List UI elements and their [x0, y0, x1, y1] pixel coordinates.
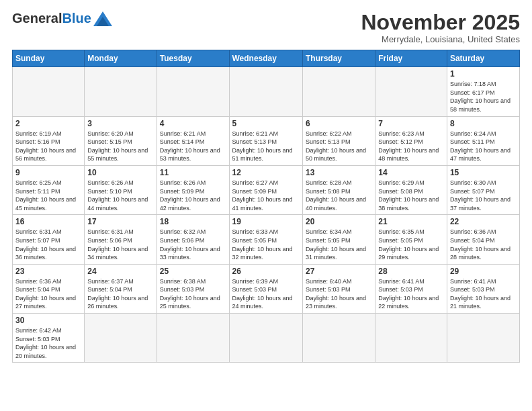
- day-2: 2 Sunrise: 6:19 AM Sunset: 5:16 PM Dayli…: [13, 116, 85, 165]
- sunset: Sunset: 6:17 PM: [450, 89, 495, 96]
- day-number: 17: [87, 217, 153, 226]
- table-row: 30 Sunrise: 6:42 AM Sunset: 5:03 PM Dayl…: [13, 314, 520, 363]
- day-18: 18 Sunrise: 6:32 AM Sunset: 5:06 PM Dayl…: [157, 215, 229, 264]
- location-title: Merrydale, Louisiana, United States: [361, 34, 520, 44]
- empty-cell: [157, 67, 229, 116]
- header-wednesday: Wednesday: [229, 50, 302, 67]
- day-number: 25: [160, 267, 226, 276]
- empty-cell: [85, 314, 157, 363]
- empty-cell: [13, 67, 85, 116]
- day-9: 9 Sunrise: 6:25 AM Sunset: 5:11 PM Dayli…: [13, 165, 85, 214]
- day-25: 25 Sunrise: 6:38 AM Sunset: 5:03 PM Dayl…: [157, 264, 229, 313]
- day-info: Sunrise: 6:26 AM Sunset: 5:09 PM Dayligh…: [160, 179, 226, 212]
- day-number: 19: [232, 217, 300, 226]
- day-info: Sunrise: 6:21 AM Sunset: 5:13 PM Dayligh…: [232, 130, 300, 163]
- day-info: Sunrise: 6:36 AM Sunset: 5:04 PM Dayligh…: [15, 277, 81, 311]
- table-row: 16 Sunrise: 6:31 AM Sunset: 5:07 PM Dayl…: [13, 215, 520, 264]
- day-5: 5 Sunrise: 6:21 AM Sunset: 5:13 PM Dayli…: [229, 116, 302, 165]
- sunrise: Sunrise: 7:18 AM: [450, 81, 496, 87]
- month-title: November 2025: [361, 11, 520, 34]
- day-info: Sunrise: 6:22 AM Sunset: 5:13 PM Dayligh…: [306, 130, 372, 163]
- day-info: Sunrise: 6:38 AM Sunset: 5:03 PM Dayligh…: [160, 277, 226, 311]
- day-number: 18: [160, 217, 226, 226]
- day-number: 5: [232, 119, 300, 128]
- day-info: Sunrise: 6:39 AM Sunset: 5:03 PM Dayligh…: [232, 277, 300, 311]
- day-23: 23 Sunrise: 6:36 AM Sunset: 5:04 PM Dayl…: [13, 264, 85, 313]
- day-number: 9: [15, 168, 81, 177]
- empty-cell: [229, 67, 302, 116]
- day-info: Sunrise: 6:40 AM Sunset: 5:03 PM Dayligh…: [306, 277, 372, 311]
- daylight: Daylight: 10 hours and 58 minutes.: [450, 97, 511, 113]
- day-11: 11 Sunrise: 6:26 AM Sunset: 5:09 PM Dayl…: [157, 165, 229, 214]
- day-info: Sunrise: 6:26 AM Sunset: 5:10 PM Dayligh…: [87, 179, 153, 212]
- table-row: 23 Sunrise: 6:36 AM Sunset: 5:04 PM Dayl…: [13, 264, 520, 313]
- day-22: 22 Sunrise: 6:36 AM Sunset: 5:04 PM Dayl…: [447, 215, 519, 264]
- logo-general-text: General: [12, 11, 62, 26]
- day-info: Sunrise: 6:31 AM Sunset: 5:06 PM Dayligh…: [87, 228, 153, 261]
- day-number: 12: [232, 168, 300, 177]
- header-thursday: Thursday: [302, 50, 375, 67]
- day-info: Sunrise: 6:34 AM Sunset: 5:05 PM Dayligh…: [306, 228, 372, 261]
- header-tuesday: Tuesday: [157, 50, 229, 67]
- day-number: 23: [15, 267, 81, 276]
- day-info: Sunrise: 6:33 AM Sunset: 5:05 PM Dayligh…: [232, 228, 300, 261]
- weekday-header-row: Sunday Monday Tuesday Wednesday Thursday…: [13, 50, 520, 67]
- day-info: Sunrise: 6:42 AM Sunset: 5:03 PM Dayligh…: [15, 326, 81, 360]
- day-info: Sunrise: 6:36 AM Sunset: 5:04 PM Dayligh…: [450, 228, 517, 261]
- day-number: 11: [160, 168, 226, 177]
- header-sunday: Sunday: [13, 50, 85, 67]
- day-1: 1 Sunrise: 7:18 AM Sunset: 6:17 PM Dayli…: [447, 67, 519, 116]
- day-info: Sunrise: 6:32 AM Sunset: 5:06 PM Dayligh…: [160, 228, 226, 261]
- day-info: Sunrise: 6:30 AM Sunset: 5:07 PM Dayligh…: [450, 179, 517, 212]
- day-info: Sunrise: 6:41 AM Sunset: 5:03 PM Dayligh…: [378, 277, 444, 311]
- calendar-table: Sunday Monday Tuesday Wednesday Thursday…: [12, 50, 520, 363]
- day-29: 29 Sunrise: 6:41 AM Sunset: 5:03 PM Dayl…: [447, 264, 519, 313]
- day-info: Sunrise: 6:21 AM Sunset: 5:14 PM Dayligh…: [160, 130, 226, 163]
- day-number: 27: [306, 267, 372, 276]
- day-10: 10 Sunrise: 6:26 AM Sunset: 5:10 PM Dayl…: [85, 165, 157, 214]
- day-info: Sunrise: 6:20 AM Sunset: 5:15 PM Dayligh…: [87, 130, 153, 163]
- day-info: Sunrise: 6:25 AM Sunset: 5:11 PM Dayligh…: [15, 179, 81, 212]
- empty-cell: [85, 67, 157, 116]
- day-6: 6 Sunrise: 6:22 AM Sunset: 5:13 PM Dayli…: [302, 116, 375, 165]
- day-number: 7: [378, 119, 444, 128]
- header: General Blue November 2025 Merrydale, Lo…: [12, 11, 520, 44]
- day-number: 24: [87, 267, 153, 276]
- empty-cell: [302, 67, 375, 116]
- day-24: 24 Sunrise: 6:37 AM Sunset: 5:04 PM Dayl…: [85, 264, 157, 313]
- empty-cell: [375, 67, 447, 116]
- day-number: 2: [15, 119, 81, 128]
- day-number: 15: [450, 168, 517, 177]
- day-20: 20 Sunrise: 6:34 AM Sunset: 5:05 PM Dayl…: [302, 215, 375, 264]
- day-30: 30 Sunrise: 6:42 AM Sunset: 5:03 PM Dayl…: [13, 314, 85, 363]
- day-28: 28 Sunrise: 6:41 AM Sunset: 5:03 PM Dayl…: [375, 264, 447, 313]
- day-info: Sunrise: 7:18 AM Sunset: 6:17 PM Dayligh…: [450, 80, 517, 113]
- day-number: 30: [15, 316, 81, 325]
- day-7: 7 Sunrise: 6:23 AM Sunset: 5:12 PM Dayli…: [375, 116, 447, 165]
- day-info: Sunrise: 6:28 AM Sunset: 5:08 PM Dayligh…: [306, 179, 372, 212]
- day-21: 21 Sunrise: 6:35 AM Sunset: 5:05 PM Dayl…: [375, 215, 447, 264]
- empty-cell: [229, 314, 302, 363]
- table-row: 1 Sunrise: 7:18 AM Sunset: 6:17 PM Dayli…: [13, 67, 520, 116]
- day-info: Sunrise: 6:19 AM Sunset: 5:16 PM Dayligh…: [15, 130, 81, 163]
- day-number: 1: [450, 69, 517, 79]
- day-12: 12 Sunrise: 6:27 AM Sunset: 5:09 PM Dayl…: [229, 165, 302, 214]
- day-16: 16 Sunrise: 6:31 AM Sunset: 5:07 PM Dayl…: [13, 215, 85, 264]
- header-friday: Friday: [375, 50, 447, 67]
- empty-cell: [302, 314, 375, 363]
- day-info: Sunrise: 6:37 AM Sunset: 5:04 PM Dayligh…: [87, 277, 153, 311]
- day-13: 13 Sunrise: 6:28 AM Sunset: 5:08 PM Dayl…: [302, 165, 375, 214]
- logo: General Blue: [12, 11, 112, 26]
- day-number: 6: [306, 119, 372, 128]
- table-row: 2 Sunrise: 6:19 AM Sunset: 5:16 PM Dayli…: [13, 116, 520, 165]
- day-number: 4: [160, 119, 226, 128]
- title-section: November 2025 Merrydale, Louisiana, Unit…: [361, 11, 520, 44]
- logo-blue-text: Blue: [62, 11, 91, 26]
- day-27: 27 Sunrise: 6:40 AM Sunset: 5:03 PM Dayl…: [302, 264, 375, 313]
- day-26: 26 Sunrise: 6:39 AM Sunset: 5:03 PM Dayl…: [229, 264, 302, 313]
- day-number: 22: [450, 217, 517, 226]
- day-number: 3: [87, 119, 153, 128]
- day-3: 3 Sunrise: 6:20 AM Sunset: 5:15 PM Dayli…: [85, 116, 157, 165]
- day-info: Sunrise: 6:31 AM Sunset: 5:07 PM Dayligh…: [15, 228, 81, 261]
- day-number: 16: [15, 217, 81, 226]
